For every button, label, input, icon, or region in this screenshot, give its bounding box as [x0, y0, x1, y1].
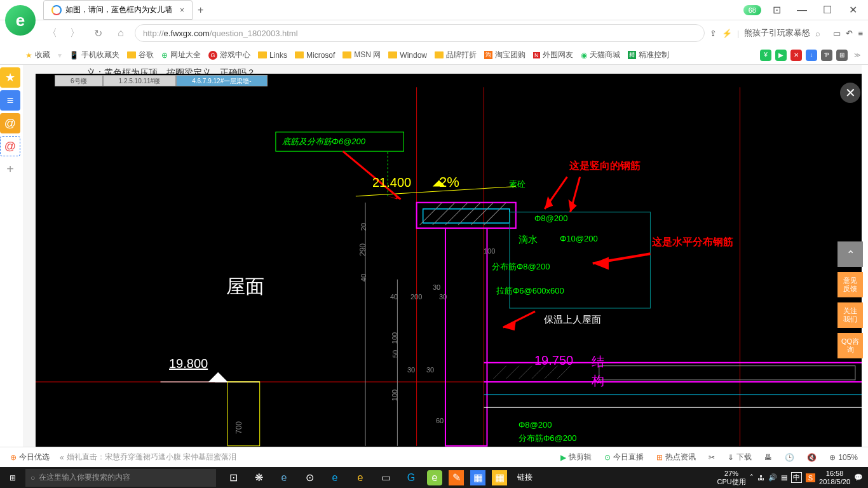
bookmark-item[interactable]: 谷歌 — [127, 50, 154, 60]
cad-tab-active[interactable]: 4.6.7.9.12#一层梁墙- — [176, 75, 267, 86]
svg-line-20 — [494, 366, 506, 379]
bookmark-item[interactable]: Window — [388, 51, 427, 60]
sidebar-news-icon[interactable]: ≡ — [0, 90, 20, 111]
trending-text[interactable]: 熊孩子引玩家暴怒 — [744, 27, 810, 39]
cad-dim: 40 — [390, 293, 398, 301]
favorites-button[interactable]: ★收藏 — [25, 50, 50, 60]
start-button[interactable]: ⊞ — [0, 467, 25, 488]
search-icon[interactable]: ⌕ — [815, 29, 828, 38]
status-item[interactable]: ⊞热点资讯 — [651, 452, 701, 463]
new-tab-button[interactable]: + — [198, 4, 203, 16]
reload-button[interactable]: ↻ — [89, 24, 107, 42]
follow-button[interactable]: 关注我们 — [837, 302, 863, 328]
ext-icon[interactable]: ¥ — [760, 50, 771, 61]
sidebar-at-icon[interactable]: @ — [0, 136, 20, 156]
tray-network-icon[interactable]: 🖧 — [757, 474, 764, 482]
taskbar-app-icon[interactable]: ▭ — [374, 467, 398, 488]
tray-sogou-icon[interactable]: S — [806, 473, 815, 482]
share-icon[interactable]: ⇪ — [710, 29, 717, 38]
bookmark-item[interactable]: 淘淘宝团购 — [484, 50, 526, 60]
status-item[interactable]: ✂ — [703, 453, 720, 462]
bookmark-item[interactable]: G游戏中心 — [208, 50, 250, 60]
taskbar-app-icon[interactable]: G — [399, 467, 423, 488]
svg-rect-5 — [445, 228, 487, 446]
browser-tab[interactable]: 如图，请问，蓝色框内为女儿墙 × — [43, 0, 193, 20]
close-icon[interactable]: ✕ — [843, 3, 863, 18]
bookmark-item[interactable]: ◉天猫商城 — [581, 50, 620, 60]
status-item[interactable]: 🕒 — [780, 453, 799, 462]
bookmark-item[interactable]: 精精准控制 — [628, 50, 669, 60]
task-view-icon[interactable]: ⊡ — [221, 467, 245, 488]
cad-tab[interactable]: 6号楼 — [55, 75, 103, 86]
cad-tab[interactable]: 1.2.5.10.11#楼 — [103, 75, 177, 86]
bookmark-item[interactable]: 品牌打折 — [435, 50, 477, 60]
tray-icon[interactable]: ˄ — [750, 473, 754, 482]
ext-icon[interactable]: ▶ — [775, 50, 787, 61]
home-button[interactable]: ⌂ — [112, 24, 130, 42]
cad-image-viewer[interactable]: 6号楼 1.2.5.10.11#楼 4.6.7.9.12#一层梁墙- ✕ — [36, 74, 862, 447]
status-item[interactable]: ▶快剪辑 — [555, 452, 597, 463]
tray-volume-icon[interactable]: 🔊 — [768, 473, 777, 482]
feedback-button[interactable]: 意见反馈 — [837, 272, 863, 297]
menu-icon[interactable]: ≡ — [858, 29, 863, 38]
zoom-level[interactable]: ⊕ 105% — [824, 453, 863, 462]
status-item[interactable]: ⇓下载 — [722, 452, 757, 463]
tray-notifications-icon[interactable]: 💬 — [854, 473, 863, 482]
bookmark-item[interactable]: 📱手机收藏夹 — [69, 50, 119, 60]
maximize-icon[interactable]: ☐ — [817, 3, 837, 18]
ext-icon[interactable]: ⊞ — [836, 50, 848, 61]
score-badge[interactable]: 68 — [743, 5, 761, 15]
bookmark-item[interactable]: Microsof — [295, 51, 335, 60]
ext-icon[interactable]: Ƥ — [821, 50, 832, 61]
taskbar-app-icon[interactable]: e — [348, 467, 372, 488]
page-content: 义；黄色框为压顶，按圈梁定义，正确吗？ 6号楼 1.2.5.10.11#楼 4.… — [23, 65, 862, 447]
url-input[interactable]: http:// e.fwxgx.com /question_1802003.ht… — [135, 24, 705, 42]
forward-button[interactable]: 〉 — [66, 24, 84, 42]
taskbar-app-icon[interactable]: ✎ — [449, 470, 464, 485]
cortana-search[interactable]: ○ 在这里输入你要搜索的内容 — [25, 469, 216, 487]
reader-icon[interactable]: ▭ — [833, 29, 841, 38]
sidebar-weibo-icon[interactable]: @ — [0, 113, 20, 133]
status-item[interactable]: ⊙今日直播 — [599, 452, 649, 463]
bookmark-item[interactable]: Links — [258, 51, 287, 60]
tray-icon[interactable]: ▤ — [781, 473, 787, 482]
status-item[interactable]: 🖶 — [759, 453, 777, 462]
cad-dim: 50 — [391, 350, 399, 358]
ext-icon[interactable]: ↓ — [806, 50, 817, 61]
cad-rebar-spec: 分布筋Φ6@200 — [519, 433, 577, 444]
taskbar-app-icon[interactable]: ⊙ — [297, 467, 322, 488]
taskbar-app-icon[interactable]: e — [272, 467, 296, 488]
scroll-top-button[interactable]: ⌃ — [837, 241, 863, 267]
taskbar-app-icon[interactable]: ▦ — [470, 470, 485, 485]
sidebar-favorites-icon[interactable]: ★ — [0, 67, 20, 88]
taskbar-app-icon[interactable]: e — [427, 470, 442, 485]
browser-status-bar: ⊕今日优选 « 婚礼直击：宋慧乔穿蓬裙巧遮小腹 宋仲基甜蜜落泪 ▶快剪辑 ⊙今日… — [0, 447, 868, 467]
bookmark-item[interactable]: ⊕网址大全 — [161, 50, 201, 60]
sidebar-add-icon[interactable]: + — [0, 159, 20, 179]
cad-elevation: 21.400 — [372, 175, 411, 190]
minimize-icon[interactable]: — — [792, 3, 812, 18]
tab-close-icon[interactable]: × — [180, 6, 184, 15]
cpu-monitor[interactable]: 27%CPU使用 — [717, 470, 745, 485]
news-ticker[interactable]: « 婚礼直击：宋慧乔穿蓬裙巧遮小腹 宋仲基甜蜜落泪 — [55, 452, 241, 463]
qq-consult-button[interactable]: QQ咨询 — [837, 333, 863, 358]
ext-menu-icon[interactable]: ≫ — [851, 50, 863, 61]
taskbar-app-icon[interactable]: e — [323, 467, 347, 488]
today-picks[interactable]: ⊕今日优选 — [5, 452, 55, 463]
back-button[interactable]: 〈 — [43, 24, 61, 42]
ext-icon[interactable]: ✕ — [790, 50, 802, 61]
cad-dim: 30 — [439, 293, 447, 301]
status-item[interactable]: 🔇 — [802, 453, 822, 462]
svg-rect-4 — [417, 203, 516, 228]
cad-label: 构 — [592, 372, 604, 390]
flash-icon[interactable]: ⚡ — [722, 29, 732, 38]
undo-icon[interactable]: ↶ — [846, 29, 853, 38]
taskbar-app-icon[interactable]: ❋ — [247, 467, 271, 488]
tray-ime-icon[interactable]: 中 — [791, 472, 802, 483]
taskbar-clock[interactable]: 16:582018/5/20 — [819, 470, 850, 485]
bookmark-item[interactable]: MSN 网 — [342, 50, 381, 60]
window-menu-icon[interactable]: ⊡ — [766, 3, 787, 18]
cad-annotation-red: 这是竖向的钢筋 — [569, 159, 641, 173]
taskbar-app-icon[interactable]: ▦ — [492, 470, 507, 485]
bookmark-item[interactable]: N外围网友 — [533, 50, 573, 60]
